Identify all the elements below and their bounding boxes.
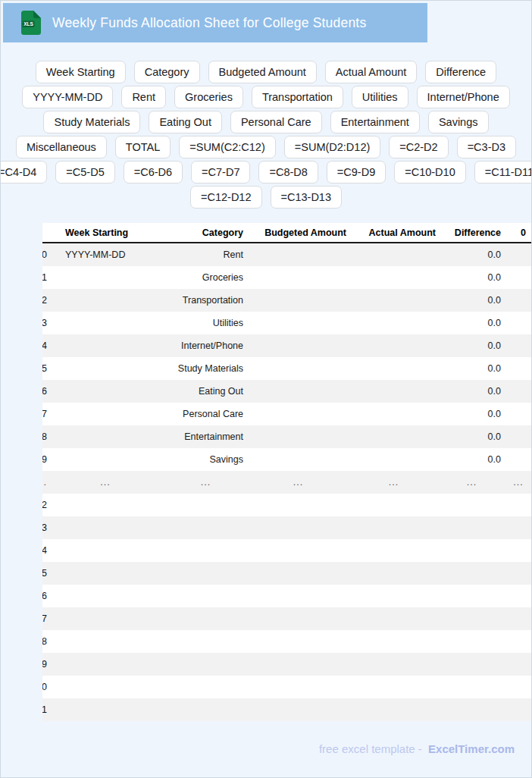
table-row: 6Eating Out0.0 [42, 380, 532, 403]
table-row: ..................... [42, 471, 532, 494]
cell [349, 539, 439, 562]
chip: Category [134, 61, 200, 83]
cell [248, 562, 349, 585]
cell [349, 425, 439, 448]
chip: Difference [425, 61, 496, 83]
cell [47, 494, 164, 516]
cell: Savings [164, 448, 248, 471]
cell [505, 243, 532, 266]
cell [349, 380, 439, 403]
cell [439, 607, 505, 630]
chip-row-2: YYYY-MM-DDRentGroceriesTransportationUti… [1, 86, 531, 108]
table-row: 1Groceries0.0 [42, 266, 532, 289]
cell: Personal Care [164, 403, 248, 425]
chip: =SUM(C2:C12) [179, 136, 276, 158]
cell: 0.0 [439, 403, 505, 425]
sheet-body: 0YYYY-MM-DDRent0.01Groceries0.02Transpor… [42, 243, 532, 721]
cell [349, 607, 439, 630]
cell [248, 585, 349, 607]
cell [349, 653, 439, 676]
cell [439, 539, 505, 562]
cell [349, 698, 439, 721]
table-header: Week StartingCategoryBudgeted AmountActu… [42, 223, 532, 243]
table-row: 18 [42, 630, 532, 653]
cell: 0.0 [439, 425, 505, 448]
cell: Entertainment [164, 425, 248, 448]
footer-brand-link[interactable]: ExcelTimer.com [428, 742, 515, 755]
cell [47, 653, 164, 676]
cell [505, 516, 532, 539]
cell [505, 312, 532, 334]
cell: 0.0 [439, 266, 505, 289]
table-row: 19 [42, 653, 532, 676]
cell [47, 539, 164, 562]
chip: =C12-D12 [190, 186, 262, 209]
chip: =C7-D7 [191, 161, 250, 184]
chip: Actual Amount [325, 61, 418, 83]
table-row: 13 [42, 516, 532, 539]
cell [439, 676, 505, 698]
table-row: 2Transportation0.0 [42, 289, 532, 312]
header-bar: XLS Weekly Funds Allocation Sheet for Co… [3, 3, 427, 42]
cell [505, 494, 532, 516]
chip: Miscellaneous [16, 136, 107, 158]
cell [505, 585, 532, 607]
cell [439, 585, 505, 607]
cell [349, 403, 439, 425]
cell [248, 266, 349, 289]
chip: Week Starting [36, 61, 126, 83]
cell [349, 585, 439, 607]
footer: free excel template - ExcelTimer.com [1, 742, 531, 755]
cell: 0.0 [439, 243, 505, 266]
cell [248, 630, 349, 653]
spreadsheet-preview: Week StartingCategoryBudgeted AmountActu… [42, 223, 531, 721]
cell: 0.0 [439, 448, 505, 471]
cell [47, 380, 164, 403]
chip: =C13-D13 [271, 186, 343, 209]
cell [349, 243, 439, 266]
table-row: 20 [42, 676, 532, 698]
chip-row-6: =C12-D12=C13-D13 [1, 186, 531, 209]
cell: Study Materials [164, 357, 248, 380]
cell [164, 630, 248, 653]
cell [439, 562, 505, 585]
cell [47, 312, 164, 334]
cell [505, 403, 532, 425]
chip: Groceries [174, 86, 243, 108]
chip: Savings [428, 111, 489, 133]
cell: YYYY-MM-DD [47, 243, 164, 266]
cell [349, 630, 439, 653]
cell [47, 289, 164, 312]
cell [248, 403, 349, 425]
chip: Personal Care [230, 111, 322, 133]
page-title: Weekly Funds Allocation Sheet for Colleg… [52, 15, 366, 31]
cell [505, 357, 532, 380]
cell: ... [505, 471, 532, 494]
cell [505, 698, 532, 721]
chip-row-4: MiscellaneousTOTAL=SUM(C2:C12)=SUM(D2:D1… [1, 136, 531, 158]
cell [439, 494, 505, 516]
cell [505, 676, 532, 698]
cell [349, 266, 439, 289]
chip: =C9-D9 [327, 161, 386, 184]
table-header-row: Week StartingCategoryBudgeted AmountActu… [42, 223, 532, 243]
chip: =C6-D6 [124, 161, 183, 184]
cell [47, 266, 164, 289]
cell [164, 607, 248, 630]
chip: =C5-D5 [55, 161, 114, 184]
cell [505, 607, 532, 630]
cell [349, 448, 439, 471]
cell [47, 334, 164, 357]
cell [164, 653, 248, 676]
cell: Utilities [164, 312, 248, 334]
cell: Transportation [164, 289, 248, 312]
cell [349, 562, 439, 585]
cell [349, 312, 439, 334]
cell: 0.0 [439, 312, 505, 334]
footer-text: free excel template - [319, 742, 422, 755]
cell [349, 357, 439, 380]
chip-row-3: Study MaterialsEating OutPersonal CareEn… [1, 111, 531, 133]
table-row: 16 [42, 585, 532, 607]
cell: 0.0 [439, 334, 505, 357]
cell [164, 585, 248, 607]
